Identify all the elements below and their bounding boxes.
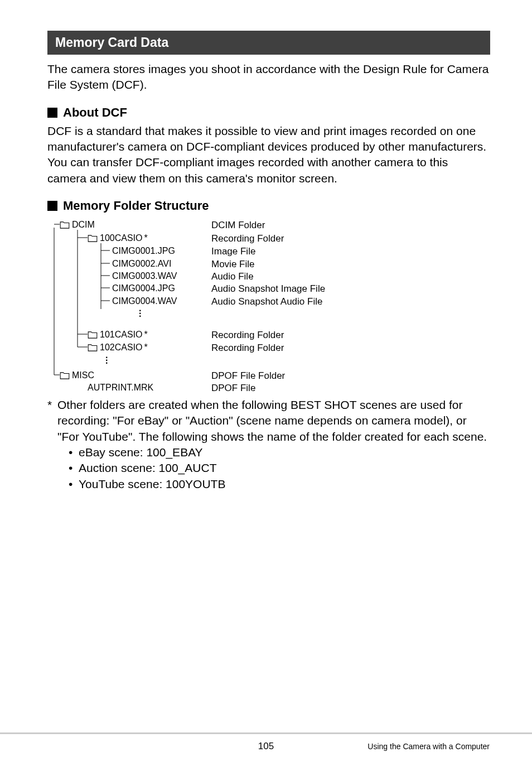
tree-file2: CIMG0002.AVI — [112, 259, 171, 269]
tree-file3-name: CIMG0003.WAV — [112, 271, 177, 281]
footer-section-title: Using the Camera with a Computer — [367, 742, 490, 751]
tree-102casio-label: Recording Folder — [211, 343, 284, 354]
tree-file4-name: CIMG0004.JPG — [112, 283, 175, 293]
bullet-dot-icon: • — [69, 476, 79, 492]
footnote-text: Other folders are created when the follo… — [57, 397, 490, 445]
folder-icon — [88, 344, 98, 351]
tree-file4-label: Audio Snapshot Image File — [211, 283, 325, 295]
tree-autprint-name: AUTPRINT.MRK — [88, 383, 153, 393]
tree-101casio-label: Recording Folder — [211, 330, 284, 341]
folder-structure-heading: Memory Folder Structure — [47, 199, 490, 213]
about-dcf-title: About DCF — [63, 105, 127, 120]
section-header: Memory Card Data — [47, 31, 490, 55]
vertical-dots-icon: ··· — [139, 309, 141, 317]
tree-file4: CIMG0004.JPG — [112, 283, 175, 293]
bullet-text: eBay scene: 100_EBAY — [79, 445, 203, 460]
tree-100casio-label: Recording Folder — [211, 233, 284, 244]
tree-file3: CIMG0003.WAV — [112, 271, 177, 281]
tree-102casio-name: 102CASIO — [100, 343, 142, 353]
tree-file5: CIMG0004.WAV — [112, 296, 177, 306]
tree-autprint-label: DPOF File — [211, 383, 255, 394]
bullet-dot-icon: • — [69, 445, 79, 460]
tree-star: * — [144, 330, 147, 340]
tree-misc-label: DPOF File Folder — [211, 370, 285, 382]
tree-102casio: 102CASIO * — [88, 343, 148, 353]
tree-file3-label: Audio File — [211, 271, 254, 282]
tree-dcim: DCIM — [60, 220, 95, 230]
square-bullet-icon — [47, 201, 57, 211]
page-number: 105 — [258, 741, 274, 752]
tree-100casio: 100CASIO * — [88, 233, 148, 243]
tree-file5-label: Audio Snapshot Audio File — [211, 296, 322, 307]
tree-misc: MISC — [60, 370, 94, 380]
footnote: * Other folders are created when the fol… — [47, 397, 490, 445]
tree-autprint: AUTPRINT.MRK — [88, 383, 153, 393]
folder-icon — [88, 235, 98, 242]
vertical-dots-icon: ··· — [105, 356, 108, 364]
page-footer: 105 Using the Camera with a Computer — [0, 732, 532, 757]
tree-file2-name: CIMG0002.AVI — [112, 259, 171, 269]
tree-dcim-label: DCIM Folder — [211, 220, 265, 231]
folder-icon — [88, 331, 98, 339]
list-item: •Auction scene: 100_AUCT — [69, 460, 490, 476]
folder-icon — [60, 221, 70, 229]
tree-file5-name: CIMG0004.WAV — [112, 296, 177, 306]
bullet-text: Auction scene: 100_AUCT — [79, 460, 216, 476]
folder-icon — [60, 372, 70, 379]
list-item: •YouTube scene: 100YOUTB — [69, 476, 490, 492]
folder-structure-title: Memory Folder Structure — [63, 199, 209, 213]
tree-file2-label: Movie File — [211, 259, 254, 270]
tree-star: * — [144, 233, 147, 243]
about-dcf-paragraph: DCF is a standard that makes it possible… — [47, 123, 490, 186]
list-item: •eBay scene: 100_EBAY — [69, 445, 490, 460]
footnote-star: * — [47, 397, 57, 445]
bullet-dot-icon: • — [69, 460, 79, 476]
tree-dcim-name: DCIM — [72, 220, 95, 230]
bullet-text: YouTube scene: 100YOUTB — [79, 476, 225, 492]
tree-misc-name: MISC — [72, 370, 94, 380]
folder-tree-diagram: DCIM DCIM Folder 100CASIO * Recording Fo… — [50, 220, 490, 393]
tree-file1-name: CIMG0001.JPG — [112, 246, 175, 256]
tree-101casio-name: 101CASIO — [100, 330, 142, 340]
square-bullet-icon — [47, 108, 57, 118]
intro-paragraph: The camera stores images you shoot in ac… — [47, 61, 490, 93]
tree-file1: CIMG0001.JPG — [112, 246, 175, 256]
tree-100casio-name: 100CASIO — [100, 233, 142, 243]
tree-file1-label: Image File — [211, 246, 255, 257]
tree-101casio: 101CASIO * — [88, 330, 148, 340]
about-dcf-heading: About DCF — [47, 105, 490, 120]
tree-star: * — [144, 343, 147, 353]
scene-folder-list: •eBay scene: 100_EBAY •Auction scene: 10… — [69, 445, 490, 492]
